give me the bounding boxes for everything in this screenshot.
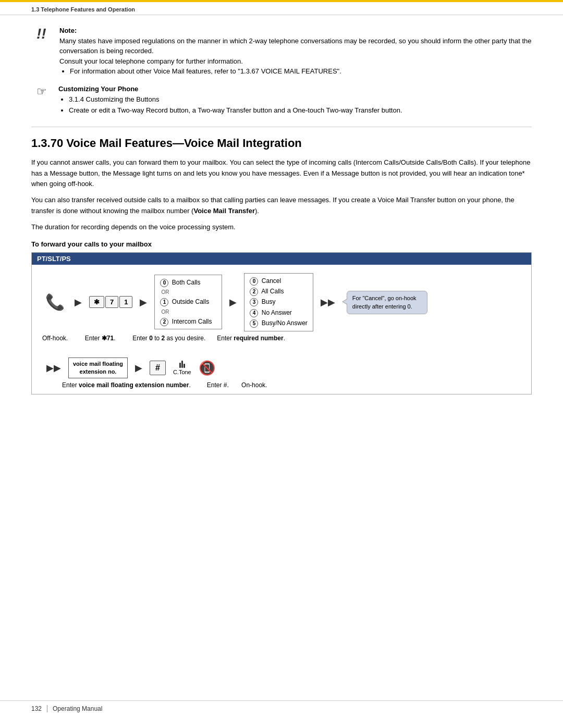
note-icon: !! — [36, 27, 52, 41]
note-box: !! Note: Many states have imposed regula… — [36, 26, 532, 77]
footer: 132 Operating Manual — [0, 700, 563, 712]
note-line1: Many states have imposed regulations on … — [59, 37, 531, 55]
section-number: 1.3.70 — [31, 137, 63, 150]
footer-text: Operating Manual — [53, 705, 102, 712]
opt-outside: 1 Outside Calls — [160, 297, 216, 307]
labels-row2: Enter voice mail floating extension numb… — [42, 381, 521, 389]
labels-row1: Off-hook. Enter ✱71. Enter 0 to 2 as you… — [42, 335, 521, 342]
body-text-1: If you cannot answer calls, you can forw… — [31, 157, 532, 190]
diagram-title: PT/SLT/PS — [37, 255, 71, 263]
phone-onhook-icon: 📵 — [199, 360, 215, 376]
separator — [31, 127, 532, 127]
hand-icon: ☞ — [36, 85, 52, 98]
diagram-body: 📞 ▶ ✱ 7 1 ▶ 0 Both Calls OR — [32, 265, 531, 394]
body-text-2: You can also transfer received outside c… — [31, 195, 532, 217]
opt-cancel: 0 Cancel — [250, 276, 307, 286]
or1: OR — [161, 288, 216, 297]
double-arrow2: ▶▶ — [46, 362, 61, 374]
speech-bubble: For "Cancel", go on-hook directly after … — [347, 291, 427, 314]
hash-step: # — [150, 361, 166, 375]
footer-divider — [47, 705, 47, 712]
vm-box-step: voice mail floatingextension no. — [68, 357, 128, 379]
main-content: !! Note: Many states have imposed regula… — [0, 15, 563, 405]
arrow4: ▶ — [135, 362, 142, 374]
note-content: Note: Many states have imposed regulatio… — [59, 26, 532, 77]
key-star: ✱ — [89, 296, 104, 308]
bold-vmt: Voice Mail Transfer — [193, 207, 255, 215]
options-step1: 0 Both Calls OR 1 Outside Calls OR 2 Int… — [154, 275, 222, 329]
custom-item2: Create or edit a Two-way Record button, … — [69, 105, 402, 116]
key-group-star71: ✱ 7 1 — [89, 296, 132, 308]
note-bullet: For information about other Voice Mail f… — [70, 66, 532, 77]
section-title: 1.3.70 Voice Mail Features—Voice Mail In… — [31, 137, 532, 150]
label-hash: Enter #. — [202, 381, 234, 389]
opt-noanswer: 4 No Answer — [250, 307, 307, 318]
onhook-step: 📵 — [199, 360, 215, 376]
opt-intercom: 2 Intercom Calls — [160, 316, 216, 327]
flow-row1: 📞 ▶ ✱ 7 1 ▶ 0 Both Calls OR — [42, 273, 521, 331]
hash-key: # — [150, 361, 166, 375]
label-onhook: On-hook. — [239, 381, 270, 389]
vm-box: voice mail floatingextension no. — [68, 357, 128, 379]
label-star71: Enter ✱71. — [79, 335, 121, 342]
options-box1: 0 Both Calls OR 1 Outside Calls OR 2 Int… — [154, 275, 222, 329]
opt-busyno: 5 Busy/No Answer — [250, 318, 307, 328]
ctone-icon: C.Tone — [173, 361, 191, 375]
arrow3: ▶ — [229, 297, 237, 308]
opt-busy: 3 Busy — [250, 297, 307, 307]
diagram-box: PT/SLT/PS 📞 ▶ ✱ 7 1 ▶ — [31, 252, 532, 395]
bubble-text: For "Cancel", go on-hook directly after … — [352, 295, 417, 309]
options-step2: 0 Cancel 2 All Calls 3 Busy 4 No Answer … — [244, 273, 313, 331]
note-title: Note: — [59, 27, 77, 34]
header-title: 1.3 Telephone Features and Operation — [31, 6, 135, 13]
customizing-content: Customizing Your Phone 3.1.4 Customizing… — [58, 84, 402, 116]
music-note-icon — [179, 361, 185, 368]
label-vm-ext: Enter voice mail floating extension numb… — [62, 381, 191, 389]
body-text-3: The duration for recording depends on th… — [31, 222, 532, 233]
opt-allcalls: 2 All Calls — [250, 286, 307, 297]
offhook-step: 📞 — [42, 293, 67, 311]
flow-row2: ▶▶ voice mail floatingextension no. ▶ # — [42, 357, 521, 379]
ctone-step: C.Tone — [173, 361, 191, 375]
or2: OR — [161, 307, 216, 316]
sub-heading: To forward your calls to your mailbox — [31, 240, 532, 248]
page-header: 1.3 Telephone Features and Operation — [0, 2, 563, 15]
customizing-title: Customizing Your Phone — [58, 85, 138, 93]
opt-both: 0 Both Calls — [160, 277, 216, 288]
section-heading: Voice Mail Features—Voice Mail Integrati… — [66, 137, 302, 150]
phone-offhook-icon: 📞 — [45, 293, 65, 311]
key-1: 1 — [119, 296, 132, 308]
label-0to2: Enter 0 to 2 as you desire. — [132, 335, 205, 342]
note-line2: Consult your local telephone company for… — [59, 57, 243, 65]
label-offhook: Off-hook. — [42, 335, 68, 342]
label-req: Enter required number. — [217, 335, 285, 342]
footer-page: 132 — [31, 705, 42, 712]
key-7: 7 — [105, 296, 118, 308]
customizing-box: ☞ Customizing Your Phone 3.1.4 Customizi… — [36, 84, 532, 116]
arrow2: ▶ — [140, 297, 147, 308]
double-arrow1: ▶▶ — [321, 297, 335, 308]
diagram-header: PT/SLT/PS — [32, 253, 531, 265]
custom-item1: 3.1.4 Customizing the Buttons — [69, 94, 402, 105]
ctone-label: C.Tone — [173, 369, 191, 375]
key-step-star71: ✱ 7 1 — [89, 296, 132, 308]
options-box2: 0 Cancel 2 All Calls 3 Busy 4 No Answer … — [244, 273, 313, 331]
arrow1: ▶ — [75, 297, 82, 308]
